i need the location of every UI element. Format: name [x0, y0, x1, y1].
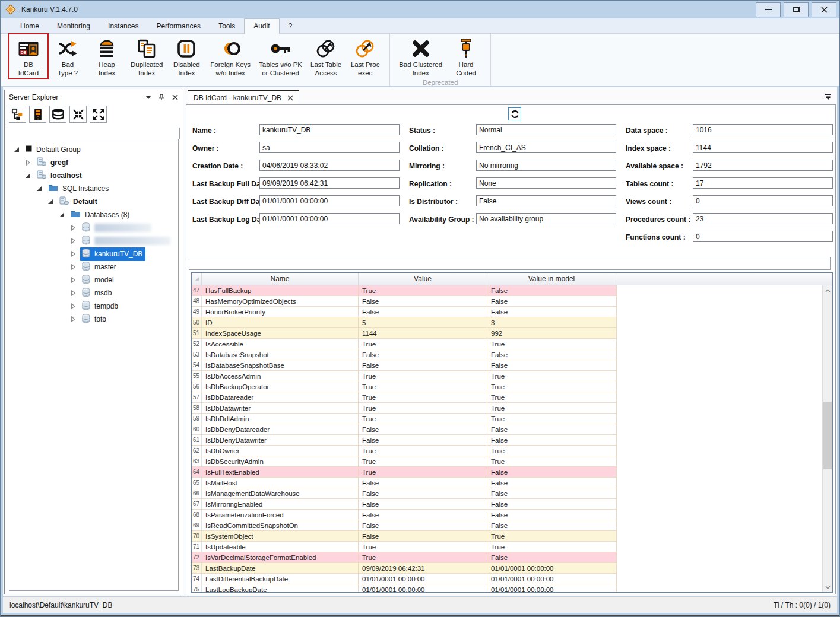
scrollbar-thumb[interactable]: [823, 402, 832, 469]
maximize-button[interactable]: [784, 2, 809, 17]
table-row[interactable]: 71IsUpdateableTrueTrue: [192, 542, 617, 552]
table-row[interactable]: 65IsMailHostFalseFalse: [192, 478, 617, 488]
last-backup-full-dat-field[interactable]: [259, 177, 400, 189]
collapsed-expander-icon[interactable]: [69, 277, 76, 284]
table-row[interactable]: 75LastLogBackupDate01/01/0001 00:00:0001…: [192, 584, 617, 592]
collapsed-expander-icon[interactable]: [69, 225, 76, 231]
tree-item-default-group[interactable]: Default Group: [9, 143, 178, 156]
expanded-expander-icon[interactable]: [24, 173, 31, 179]
tree-item-toto[interactable]: toto: [9, 313, 178, 326]
tool-hard-coded[interactable]: Hard Coded: [446, 34, 486, 79]
table-row[interactable]: 62IsDbOwnerTrueTrue: [192, 446, 617, 456]
tree-item-model[interactable]: model: [9, 273, 178, 287]
table-row[interactable]: 54IsDatabaseSnapshotBaseFalseFalse: [192, 360, 617, 371]
grid-filter-input[interactable]: [189, 257, 831, 270]
tree-item-tempdb[interactable]: tempdb: [9, 300, 178, 313]
replication-field[interactable]: [476, 177, 616, 189]
collapsed-expander-icon[interactable]: [69, 316, 76, 323]
owner-field[interactable]: [259, 142, 400, 153]
refresh-button[interactable]: [508, 107, 521, 120]
close-button[interactable]: [812, 2, 836, 17]
table-row[interactable]: 64IsFullTextEnabledTrueFalse: [192, 467, 617, 478]
table-row[interactable]: 63IsDbSecurityAdminTrueTrue: [192, 456, 617, 467]
tree-item-master[interactable]: master: [9, 260, 178, 273]
table-row[interactable]: 58IsDbDatawriterTrueTrue: [192, 403, 617, 414]
ribbon-tab-instances[interactable]: Instances: [99, 19, 147, 33]
table-row[interactable]: 73LastBackupDate09/09/2019 06:42:3101/01…: [192, 563, 617, 574]
scroll-down-button[interactable]: [823, 582, 832, 592]
ribbon-tab-monitoring[interactable]: Monitoring: [48, 19, 99, 33]
ribbon-tab-item[interactable]: ?: [280, 19, 302, 33]
table-row[interactable]: 50ID53: [192, 317, 617, 328]
collapsed-expander-icon[interactable]: [69, 238, 76, 244]
tool-tables-w-o-pk-or-clustered[interactable]: Tables w/o PK or Clustered: [255, 34, 306, 79]
table-row[interactable]: 74LastDifferentialBackupDate01/01/0001 0…: [192, 574, 617, 584]
status-field[interactable]: [476, 124, 616, 135]
expanded-expander-icon[interactable]: [47, 199, 53, 205]
grid-vertical-scrollbar[interactable]: [822, 285, 832, 592]
column-header-name[interactable]: Name: [202, 273, 359, 285]
creation-date-field[interactable]: [259, 160, 400, 171]
table-row[interactable]: 68IsParameterizationForcedFalseFalse: [192, 510, 617, 520]
tool-last-table-access[interactable]: Last Table Access: [306, 34, 345, 79]
table-row[interactable]: 72IsVarDecimalStorageFormatEnabledTrueFa…: [192, 552, 617, 563]
window-position-icon[interactable]: [146, 96, 151, 99]
availability-group-field[interactable]: [476, 213, 616, 224]
table-row[interactable]: 47HasFullBackupTrueFalse: [192, 285, 617, 296]
minimize-button[interactable]: [756, 2, 781, 17]
name-field[interactable]: [259, 124, 400, 135]
expanded-expander-icon[interactable]: [36, 186, 42, 192]
tree-item-localhost[interactable]: localhost: [9, 169, 178, 182]
collapsed-expander-icon[interactable]: [69, 290, 76, 297]
group-view-button[interactable]: [9, 106, 26, 123]
table-row[interactable]: 57IsDbDatareaderTrueTrue: [192, 392, 617, 403]
tree-item-databases-8[interactable]: Databases (8): [9, 208, 178, 221]
column-header-value-in-model[interactable]: Value in model: [487, 273, 616, 285]
collation-field[interactable]: [476, 142, 616, 153]
table-row[interactable]: 60IsDbDenyDatareaderFalseFalse: [192, 424, 617, 435]
tool-bad-type[interactable]: Bad Type ?: [48, 34, 87, 79]
tree-item-msdb[interactable]: msdb: [9, 287, 178, 300]
collapsed-expander-icon[interactable]: [24, 160, 31, 166]
ribbon-tab-audit[interactable]: Audit: [244, 18, 279, 34]
table-row[interactable]: 69IsReadCommittedSnapshotOnFalseFalse: [192, 520, 617, 531]
tool-last-proc-exec[interactable]: Last Proc exec: [345, 34, 385, 79]
table-row[interactable]: 53IsDatabaseSnapshotFalseFalse: [192, 349, 617, 360]
is-distributor-field[interactable]: [476, 195, 616, 206]
table-row[interactable]: 70IsSystemObjectFalseTrue: [192, 531, 617, 542]
tool-duplicated-index[interactable]: Duplicated Index: [126, 34, 167, 79]
tree-item-hidden[interactable]: [9, 221, 178, 234]
close-tab-icon[interactable]: [287, 95, 293, 101]
collapsed-expander-icon[interactable]: [69, 264, 76, 271]
table-row[interactable]: 52IsAccessibleTrueTrue: [192, 339, 617, 349]
collapsed-expander-icon[interactable]: [69, 251, 76, 257]
server-search-input[interactable]: [9, 128, 180, 139]
tab-list-dropdown-icon[interactable]: [825, 94, 832, 100]
ribbon-tab-home[interactable]: Home: [11, 19, 48, 33]
tree-item-default[interactable]: Default: [9, 195, 178, 208]
tree-item-sql-instances[interactable]: SQL Instances: [9, 182, 178, 195]
tool-db-idcard[interactable]: DBDB IdCard: [9, 34, 48, 79]
database-view-button[interactable]: [49, 106, 66, 123]
tab-db-idcard[interactable]: DB IdCard - kankuruTV_DB: [188, 90, 299, 104]
expanded-expander-icon[interactable]: [58, 212, 65, 218]
table-row[interactable]: 59IsDbDdlAdminTrueTrue: [192, 414, 617, 424]
server-view-button[interactable]: [29, 106, 46, 123]
last-backup-log-da-field[interactable]: [259, 213, 400, 224]
table-row[interactable]: 51IndexSpaceUsage1144992: [192, 328, 617, 339]
collapsed-expander-icon[interactable]: [69, 303, 76, 310]
table-row[interactable]: 66IsManagementDataWarehouseFalseFalse: [192, 488, 617, 499]
tables-count-field[interactable]: [693, 177, 833, 189]
table-row[interactable]: 55IsDbAccessAdminTrueTrue: [192, 371, 617, 381]
table-row[interactable]: 61IsDbDenyDatawriterFalseFalse: [192, 435, 617, 446]
tool-disabled-index[interactable]: Disabled Index: [167, 34, 206, 79]
index-space-field[interactable]: [693, 142, 833, 153]
tool-bad-clustered-index[interactable]: Bad Clustered Index: [395, 34, 446, 79]
functions-count-field[interactable]: [693, 231, 833, 242]
table-row[interactable]: 49HonorBrokerPriorityFalseFalse: [192, 307, 617, 317]
expanded-expander-icon[interactable]: [13, 147, 20, 153]
views-count-field[interactable]: [693, 195, 833, 206]
table-row[interactable]: 56IsDbBackupOperatorTrueTrue: [192, 381, 617, 392]
tree-item-gregf[interactable]: gregf: [9, 156, 178, 169]
data-space-field[interactable]: [693, 124, 833, 135]
